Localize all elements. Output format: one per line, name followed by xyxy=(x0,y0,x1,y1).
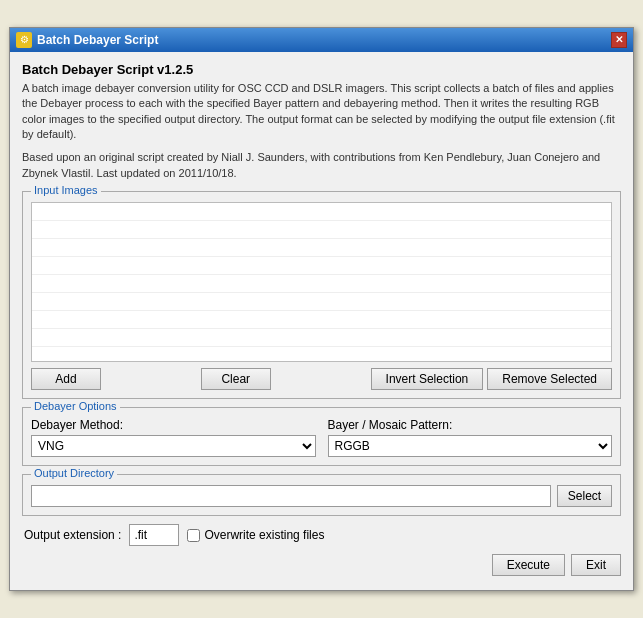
window-title: Batch Debayer Script xyxy=(37,33,158,47)
app-title: Batch Debayer Script v1.2.5 xyxy=(22,62,621,77)
input-images-label: Input Images xyxy=(31,184,101,196)
exit-button[interactable]: Exit xyxy=(571,554,621,576)
output-directory-label: Output Directory xyxy=(31,467,117,479)
input-images-group: Input Images Add Clear Invert Selection … xyxy=(22,191,621,399)
debayer-method-col: Debayer Method: Bilinear VNG AHD xyxy=(31,418,316,457)
input-images-list[interactable] xyxy=(31,202,612,362)
invert-selection-button[interactable]: Invert Selection xyxy=(371,368,484,390)
debayer-options-group: Debayer Options Debayer Method: Bilinear… xyxy=(22,407,621,466)
debayer-method-label: Debayer Method: xyxy=(31,418,316,432)
main-window: ⚙ Batch Debayer Script ✕ Batch Debayer S… xyxy=(9,27,634,591)
bayer-pattern-col: Bayer / Mosaic Pattern: RGGB BGGR GRBG G… xyxy=(328,418,613,457)
title-bar: ⚙ Batch Debayer Script ✕ xyxy=(10,28,633,52)
app-credits: Based upon an original script created by… xyxy=(22,150,621,181)
add-button[interactable]: Add xyxy=(31,368,101,390)
list-row xyxy=(32,257,611,275)
overwrite-label: Overwrite existing files xyxy=(187,528,324,542)
app-icon: ⚙ xyxy=(16,32,32,48)
extension-label-text: Output extension : xyxy=(24,528,121,542)
clear-button[interactable]: Clear xyxy=(201,368,271,390)
list-row xyxy=(32,221,611,239)
title-bar-left: ⚙ Batch Debayer Script xyxy=(16,32,158,48)
content-area: Batch Debayer Script v1.2.5 A batch imag… xyxy=(10,52,633,590)
output-directory-input[interactable] xyxy=(31,485,551,507)
list-row xyxy=(32,239,611,257)
extension-row: Output extension : Overwrite existing fi… xyxy=(22,524,621,546)
list-row xyxy=(32,311,611,329)
bayer-pattern-label: Bayer / Mosaic Pattern: xyxy=(328,418,613,432)
output-directory-group: Output Directory Select xyxy=(22,474,621,516)
output-dir-row: Select xyxy=(31,485,612,507)
list-row xyxy=(32,347,611,362)
remove-selected-button[interactable]: Remove Selected xyxy=(487,368,612,390)
debayer-method-select[interactable]: Bilinear VNG AHD xyxy=(31,435,316,457)
list-row xyxy=(32,329,611,347)
list-row xyxy=(32,275,611,293)
extension-input[interactable] xyxy=(129,524,179,546)
list-row xyxy=(32,293,611,311)
overwrite-checkbox[interactable] xyxy=(187,529,200,542)
execute-button[interactable]: Execute xyxy=(492,554,565,576)
debayer-options-row: Debayer Method: Bilinear VNG AHD Bayer /… xyxy=(31,418,612,457)
bottom-buttons: Execute Exit xyxy=(22,554,621,580)
select-button[interactable]: Select xyxy=(557,485,612,507)
app-description: A batch image debayer conversion utility… xyxy=(22,81,621,143)
overwrite-label-text: Overwrite existing files xyxy=(204,528,324,542)
close-button[interactable]: ✕ xyxy=(611,32,627,48)
list-row xyxy=(32,203,611,221)
bayer-pattern-select[interactable]: RGGB BGGR GRBG GBRG xyxy=(328,435,613,457)
image-list-buttons: Add Clear Invert Selection Remove Select… xyxy=(31,368,612,390)
debayer-options-label: Debayer Options xyxy=(31,400,120,412)
